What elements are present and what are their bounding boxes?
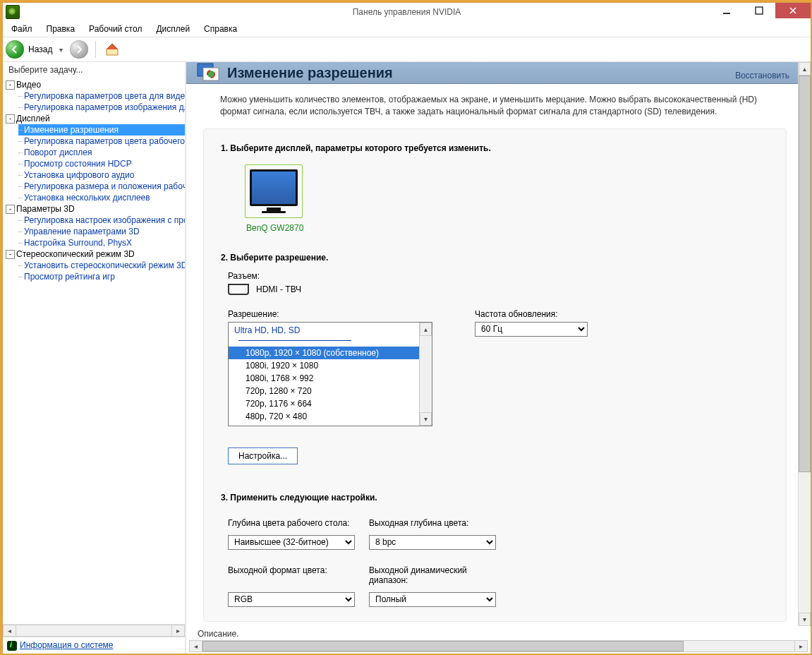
system-info-link-row: Информация о системе	[3, 637, 185, 654]
customize-button[interactable]: Настройка...	[228, 447, 298, 464]
arrow-left-icon	[6, 40, 24, 59]
info-icon	[7, 641, 17, 651]
step1-title: 1. Выберите дисплей, параметры которого …	[221, 143, 769, 153]
menu-edit[interactable]: Правка	[44, 23, 78, 35]
tree-item[interactable]: Поворот дисплея	[18, 147, 185, 158]
tree-item[interactable]: Управление параметрами 3D	[18, 226, 185, 237]
display-tile[interactable]	[245, 164, 303, 218]
tree-item[interactable]: Регулировка параметров цвета рабочего ст…	[18, 136, 185, 147]
step3-title: 3. Применить следующие настройки.	[221, 493, 769, 503]
resolution-group-header: Ultra HD, HD, SD	[229, 323, 419, 347]
back-button[interactable]: Назад ▾	[6, 40, 67, 59]
menu-file[interactable]: Файл	[8, 23, 35, 35]
color-format-label: Выходной формат цвета:	[228, 565, 355, 585]
color-depth-label: Глубина цвета рабочего стола:	[228, 518, 355, 528]
tree-item[interactable]: Просмотр рейтинга игр	[18, 271, 185, 282]
page-title: Изменение разрешения	[227, 65, 393, 81]
connector-value: HDMI - ТВЧ	[256, 284, 301, 294]
refresh-label: Частота обновления:	[475, 309, 588, 319]
scroll-up-icon[interactable]: ▴	[420, 323, 432, 336]
titlebar: Панель управления NVIDIA	[3, 3, 811, 21]
resolution-option[interactable]: 1080i, 1768 × 992	[229, 372, 419, 385]
maximize-button[interactable]	[743, 3, 775, 18]
scroll-right-icon[interactable]: ▸	[171, 625, 185, 637]
tree-hscrollbar[interactable]: ◂ ▸	[3, 624, 185, 637]
page-description: Можно уменьшить количество элементов, от…	[186, 84, 798, 126]
monitor-icon	[196, 62, 220, 83]
content-hscrollbar[interactable]: ◂ ▸	[189, 640, 808, 652]
svg-rect-0	[723, 13, 730, 14]
resolution-option[interactable]: 1080p, 1920 × 1080 (собственное)	[229, 347, 419, 359]
task-tree-panel: Выберите задачу... -Видео Регулировка па…	[3, 62, 186, 654]
tree-cat-stereo[interactable]: Стереоскопический режим 3D	[16, 249, 135, 259]
tree-cat-video[interactable]: Видео	[16, 80, 41, 90]
resolution-option[interactable]: 1080i, 1920 × 1080	[229, 359, 419, 372]
scroll-left-icon[interactable]: ◂	[3, 625, 16, 637]
resolution-label: Разрешение:	[228, 309, 432, 319]
menu-desktop[interactable]: Рабочий стол	[86, 23, 145, 35]
scroll-up-icon[interactable]: ▴	[799, 62, 811, 76]
content-panel: Изменение разрешения Восстановить Можно …	[186, 62, 811, 654]
tree-item[interactable]: Регулировка параметров цвета для видео	[18, 90, 185, 102]
resolution-option[interactable]: 720p, 1176 × 664	[229, 397, 419, 410]
expander-icon[interactable]: -	[6, 250, 15, 259]
tree-item[interactable]: Просмотр состояния HDCP	[18, 158, 185, 169]
task-tree: -Видео Регулировка параметров цвета для …	[3, 78, 185, 624]
tree-cat-3d[interactable]: Параметры 3D	[16, 204, 75, 214]
display-name: BenQ GW2870	[246, 223, 769, 233]
back-label: Назад	[28, 44, 52, 54]
step2-title: 2. Выберите разрешение.	[221, 253, 769, 263]
restore-link[interactable]: Восстановить	[735, 71, 789, 80]
dyn-range-label: Выходной динамический диапазон:	[369, 565, 496, 585]
home-button[interactable]	[103, 40, 121, 59]
tree-item[interactable]: Регулировка размера и положения рабочего…	[18, 181, 185, 192]
content-vscrollbar[interactable]: ▴ ▾	[798, 62, 811, 626]
window-title: Панель управления NVIDIA	[3, 7, 811, 17]
refresh-rate-select[interactable]: 60 Гц	[475, 322, 588, 337]
tree-item[interactable]: Настройка Surround, PhysX	[18, 237, 185, 248]
scroll-down-icon[interactable]: ▾	[420, 412, 432, 426]
menubar: Файл Правка Рабочий стол Дисплей Справка	[3, 21, 811, 37]
expander-icon[interactable]: -	[6, 80, 15, 90]
scroll-thumb[interactable]	[799, 76, 811, 472]
monitor-icon	[250, 169, 298, 206]
minimize-button[interactable]	[710, 3, 743, 18]
resolution-option[interactable]: 720p, 1280 × 720	[229, 385, 419, 397]
output-depth-select[interactable]: 8 bpc	[369, 535, 496, 550]
tree-item[interactable]: Установить стереоскопический режим 3D	[18, 260, 185, 271]
chevron-down-icon[interactable]: ▾	[59, 46, 63, 54]
resolution-group-header: PC	[229, 423, 419, 426]
listbox-vscrollbar[interactable]: ▴ ▾	[419, 323, 432, 426]
tree-cat-display[interactable]: Дисплей	[16, 114, 50, 124]
svg-rect-1	[756, 7, 763, 14]
tree-item[interactable]: Установка цифрового аудио	[18, 169, 185, 181]
dyn-range-select[interactable]: Полный	[369, 592, 496, 607]
menu-help[interactable]: Справка	[201, 23, 240, 35]
forward-button[interactable]	[70, 40, 88, 59]
toolbar: Назад ▾	[3, 37, 811, 62]
hdmi-icon	[228, 284, 249, 295]
connector-label: Разъем:	[228, 271, 769, 281]
tree-item[interactable]: Регулировка настроек изображения с просм…	[18, 215, 185, 226]
tree-item[interactable]: Регулировка параметров изображения для в…	[18, 102, 185, 113]
resolution-option[interactable]: 480p, 720 × 480	[229, 410, 419, 423]
scroll-thumb[interactable]	[202, 641, 684, 651]
settings-panel: 1. Выберите дисплей, параметры которого …	[203, 128, 787, 622]
expander-icon[interactable]: -	[6, 114, 15, 124]
resolution-listbox[interactable]: Ultra HD, HD, SD 1080p, 1920 × 1080 (соб…	[228, 322, 432, 426]
color-depth-select[interactable]: Наивысшее (32-битное)	[228, 535, 355, 550]
tree-item-change-resolution[interactable]: Изменение разрешения	[18, 124, 185, 136]
scroll-right-icon[interactable]: ▸	[794, 640, 808, 652]
output-depth-label: Выходная глубина цвета:	[369, 518, 496, 528]
tree-item[interactable]: Установка нескольких дисплеев	[18, 192, 185, 203]
menu-display[interactable]: Дисплей	[153, 23, 193, 35]
nvidia-app-icon	[6, 5, 20, 19]
description-section-label: Описание.	[186, 626, 811, 640]
scroll-track[interactable]	[16, 625, 171, 637]
close-button[interactable]	[775, 3, 811, 18]
scroll-down-icon[interactable]: ▾	[799, 613, 811, 626]
scroll-left-icon[interactable]: ◂	[189, 640, 202, 652]
color-format-select[interactable]: RGB	[228, 592, 355, 607]
system-info-link[interactable]: Информация о системе	[20, 640, 113, 650]
expander-icon[interactable]: -	[6, 205, 15, 214]
